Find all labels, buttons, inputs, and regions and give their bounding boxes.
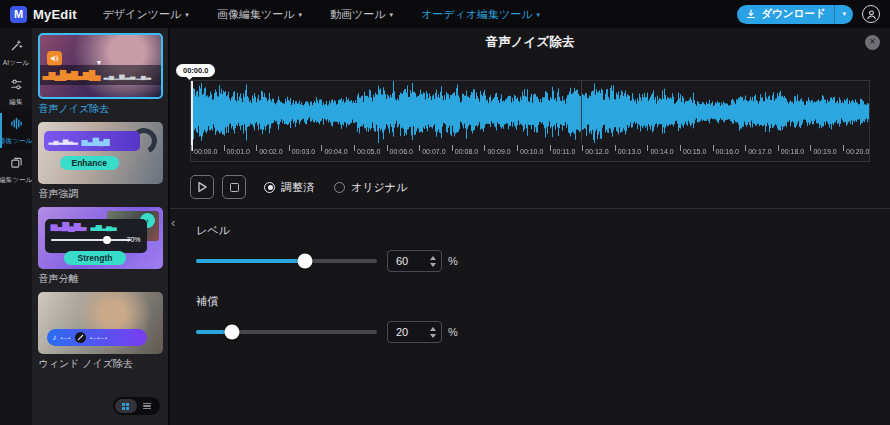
timeline-tick: 00:10.0 — [517, 145, 518, 151]
stop-icon — [230, 183, 239, 192]
audio-noise-removal-thumbnail: ▃▆▄█▅▇▃▆█▄ ▼ ▂▄▁▅▂▃▁▄▂ — [38, 33, 163, 99]
sidebar-item-label: AIツール — [3, 58, 30, 68]
editor-main: 音声ノイズ除去 × 00:00.0 00:00.000:01.000:02.00… — [170, 28, 890, 425]
sidebar-item-edit-tools[interactable]: 編集ツール — [0, 150, 32, 189]
slider-knob[interactable] — [297, 254, 312, 269]
thumbnail-waveform-graphic: ▂▄▂▅▃▂▅▃▇▄▆ — [44, 131, 140, 151]
radio-adjusted[interactable]: 調整済 — [264, 180, 314, 195]
stepper-buttons — [430, 256, 436, 267]
compensation-input[interactable] — [388, 326, 422, 338]
level-slider-group: レベル % — [196, 223, 864, 272]
collapse-chevron-icon[interactable]: ‹ — [171, 215, 175, 230]
play-button[interactable] — [190, 175, 214, 199]
stepper-up-icon[interactable] — [430, 327, 436, 331]
panel-item-audio-separation[interactable]: ♪ ▅▃▇▄▆▃▃▅▂▄▃ 70% Strength 音声分離 — [38, 207, 163, 292]
list-view-icon — [143, 403, 151, 410]
download-icon — [746, 9, 756, 19]
strength-badge: Strength — [64, 251, 127, 265]
topbar-right: ダウンロード ▾ — [737, 5, 880, 24]
timeline-tick: 00:02.0 — [256, 145, 257, 151]
mute-badge-icon — [75, 332, 86, 343]
level-input[interactable] — [388, 255, 422, 267]
sidebar-item-edit[interactable]: 編集 — [0, 72, 32, 111]
menu-audio-edit-tools[interactable]: オーディオ編集ツール▾ — [421, 7, 540, 22]
compensation-input-box — [387, 321, 442, 343]
app-window: M MyEdit デザインツール▾画像編集ツール▾動画ツール▾オーディオ編集ツー… — [0, 0, 890, 425]
timeline-tick: 00:18.0 — [778, 145, 779, 151]
stop-button[interactable] — [222, 175, 246, 199]
audio-waveform[interactable] — [191, 81, 869, 143]
timeline-ruler: 00:00.000:01.000:02.000:03.000:04.000:05… — [191, 143, 869, 161]
stepper-down-icon[interactable] — [430, 263, 436, 267]
panel-item-wind-noise-removal[interactable]: ♪•‒• •‒•‒• ウィンド ノイズ除去 — [38, 292, 163, 377]
download-dropdown-button[interactable]: ▾ — [835, 5, 853, 24]
timeline-tick: 00:06.0 — [387, 145, 388, 151]
grid-view-button[interactable] — [115, 399, 137, 413]
level-input-box — [387, 250, 442, 272]
playback-controls: 調整済 オリジナル — [190, 175, 870, 199]
editor-header: 音声ノイズ除去 × — [170, 28, 890, 56]
download-button[interactable]: ダウンロード — [737, 5, 834, 24]
slider-label: 補償 — [196, 294, 864, 309]
waveform-display[interactable]: 00:00.000:01.000:02.000:03.000:04.000:05… — [190, 80, 870, 162]
download-label: ダウンロード — [761, 7, 825, 21]
chevron-down-icon: ▾ — [298, 11, 302, 19]
compensation-slider[interactable] — [196, 330, 377, 334]
adjust-icon — [10, 77, 23, 95]
preview-mode-radios: 調整済 オリジナル — [264, 180, 407, 195]
slider-fill — [196, 259, 305, 263]
menu-image-edit-tools[interactable]: 画像編集ツール▾ — [217, 7, 302, 22]
sidebar-item-label: 修復ツール — [0, 136, 33, 146]
stepper-up-icon[interactable] — [430, 256, 436, 260]
timeline-tick: 00:08.0 — [452, 145, 453, 151]
slider-label: レベル — [196, 223, 864, 238]
menu-design-tools[interactable]: デザインツール▾ — [103, 7, 189, 22]
tool-rail: AIツール編集修復ツール編集ツール — [0, 28, 32, 425]
panel-item-speech-enhancement[interactable]: ▂▄▂▅▃▂▅▃▇▄▆ Enhance 音声強調 — [38, 122, 163, 207]
timeline-tick: 00:05.0 — [354, 145, 355, 151]
timeline-tick: 00:01.0 — [224, 145, 225, 151]
waveform-gridline — [581, 81, 582, 143]
radio-original[interactable]: オリジナル — [334, 180, 407, 195]
logo-text: MyEdit — [33, 7, 77, 22]
timeline-tick: 00:04.0 — [321, 145, 322, 151]
playhead-time-badge[interactable]: 00:00.0 — [176, 64, 215, 77]
myedit-logo[interactable]: M MyEdit — [10, 6, 77, 23]
chevron-down-icon: ▾ — [536, 11, 540, 19]
sidebar-item-repair-tools[interactable]: 修復ツール — [0, 111, 32, 150]
download-split-button: ダウンロード ▾ — [737, 5, 853, 24]
radio-icon — [264, 182, 275, 193]
list-view-button[interactable] — [137, 399, 159, 413]
thumbnail-waveform-graphic: ♪•‒• •‒•‒• — [47, 329, 147, 346]
playhead-line[interactable] — [191, 81, 193, 151]
timeline-tick: 00:19.0 — [810, 145, 811, 151]
panel-item-label: ウィンド ノイズ除去 — [38, 354, 163, 377]
slider-knob[interactable] — [225, 325, 240, 340]
close-icon[interactable]: × — [865, 35, 880, 50]
level-slider[interactable] — [196, 259, 377, 263]
speaker-icon — [47, 51, 62, 66]
radio-icon — [334, 182, 345, 193]
timeline-tick: 00:03.0 — [289, 145, 290, 151]
wand-icon — [10, 38, 23, 56]
panel-item-label: 音声強調 — [38, 184, 163, 207]
layers-icon — [10, 155, 23, 173]
panel-item-audio-noise-removal[interactable]: ▃▆▄█▅▇▃▆█▄ ▼ ▂▄▁▅▂▃▁▄▂ 音声ノイズ除去 — [38, 33, 163, 122]
strength-value: 70% — [126, 236, 140, 243]
compensation-slider-group: 補償 % — [196, 294, 864, 343]
account-button[interactable] — [862, 5, 880, 23]
effects-panel: ▃▆▄█▅▇▃▆█▄ ▼ ▂▄▁▅▂▃▁▄▂ 音声ノイズ除去 ▂▄▂▅▃▂▅▃▇… — [32, 28, 170, 425]
chevron-down-icon: ▾ — [389, 11, 393, 19]
sidebar-item-ai-tools[interactable]: AIツール — [0, 33, 32, 72]
user-icon — [866, 9, 877, 20]
panel-item-label: 音声分離 — [38, 269, 163, 292]
menu-video-tools[interactable]: 動画ツール▾ — [330, 7, 393, 22]
chevron-down-icon: ▾ — [185, 11, 189, 19]
stepper-down-icon[interactable] — [430, 334, 436, 338]
unit-label: % — [448, 255, 458, 267]
thumbnail-waveform-graphic: ▃▆▄█▅▇▃▆█▄ ▼ ▂▄▁▅▂▃▁▄▂ — [40, 65, 161, 85]
timeline-tick: 00:17.0 — [745, 145, 746, 151]
top-bar: M MyEdit デザインツール▾画像編集ツール▾動画ツール▾オーディオ編集ツー… — [0, 0, 890, 28]
sidebar-item-label: 編集ツール — [0, 175, 33, 185]
timeline-tick: 00:00.0 — [191, 145, 192, 151]
